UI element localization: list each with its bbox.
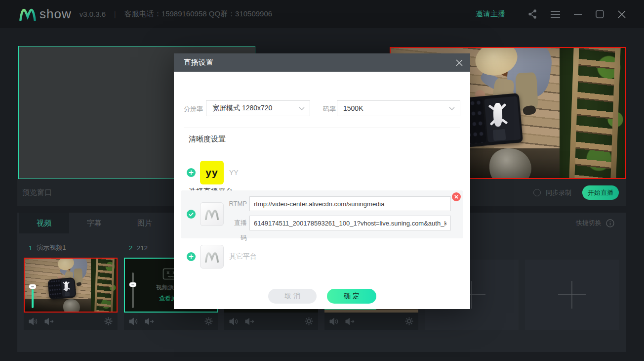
source-controls xyxy=(24,313,118,330)
confirm-button[interactable]: 确 定 xyxy=(327,289,376,304)
gear-icon[interactable] xyxy=(204,317,213,325)
audio-output-icon[interactable] xyxy=(145,317,155,325)
volume-icon[interactable] xyxy=(29,317,39,325)
resolution-select[interactable]: 宽屏模式 1280x720 xyxy=(206,100,310,116)
source-label: 1演示视频1 xyxy=(29,243,66,252)
sync-record-label: 同步录制 xyxy=(546,188,571,197)
quick-switch-label: 快捷切换 xyxy=(576,219,602,227)
add-source-slot[interactable] xyxy=(525,260,619,330)
gear-icon[interactable] xyxy=(305,317,313,325)
yy-platform-icon[interactable]: yy xyxy=(200,161,224,184)
tab-image[interactable]: 图片 xyxy=(120,213,170,233)
bitrate-select[interactable]: 1500K xyxy=(337,100,460,116)
source-controls xyxy=(324,313,418,330)
platform-row-yy[interactable]: yy YY xyxy=(187,161,384,184)
support-contact: 客服电话：15989160958 QQ群：310509906 xyxy=(124,9,272,19)
bitrate-label: 码率 xyxy=(323,105,336,114)
volume-slider[interactable] xyxy=(129,271,137,310)
video-source-1[interactable] xyxy=(24,258,118,330)
app-name: show xyxy=(40,6,72,22)
audio-output-icon[interactable] xyxy=(44,317,54,325)
audio-output-icon[interactable] xyxy=(345,317,355,325)
titlebar: show v3.0.3.6 ｜ 客服电话：15989160958 QQ群：310… xyxy=(0,0,644,28)
other-platform-label: 其它平台 xyxy=(229,252,257,261)
gear-icon[interactable] xyxy=(104,317,113,325)
remove-platform-icon[interactable] xyxy=(452,192,461,201)
add-platform-icon[interactable] xyxy=(187,168,196,177)
platform-row-other[interactable]: 其它平台 xyxy=(187,245,384,269)
platform-selected-check-icon[interactable] xyxy=(187,210,196,219)
start-live-button[interactable]: 开始直播 xyxy=(582,185,619,200)
stream-code-input[interactable] xyxy=(249,216,451,230)
share-icon[interactable] xyxy=(528,9,537,19)
cancel-button[interactable]: 取 消 xyxy=(268,289,317,304)
invite-anchor-button[interactable]: 邀请主播 xyxy=(476,9,505,19)
plus-icon xyxy=(558,280,586,309)
close-icon[interactable] xyxy=(617,10,626,19)
other-platform-icon xyxy=(200,245,224,269)
add-platform-icon[interactable] xyxy=(187,252,196,261)
volume-slider[interactable] xyxy=(29,271,37,310)
dialog-close-icon[interactable] xyxy=(455,59,463,67)
gear-icon[interactable] xyxy=(405,317,413,325)
preview-title: 预览窗口 xyxy=(22,188,52,197)
tab-subtitle[interactable]: 字幕 xyxy=(69,213,120,233)
source-controls xyxy=(224,313,318,330)
video-thumbnail xyxy=(25,259,117,312)
mshow-platform-icon xyxy=(200,202,224,226)
separator: ｜ xyxy=(112,10,119,19)
minimize-icon[interactable] xyxy=(573,13,582,15)
live-settings-dialog: 直播设置 清晰度设置 分辨率 宽屏模式 1280x720 码率 1500K 选择… xyxy=(174,53,470,309)
source-controls xyxy=(124,313,218,330)
app-version: v3.0.3.6 xyxy=(80,10,106,18)
clarity-section-title: 清晰度设置 xyxy=(189,135,226,144)
info-icon[interactable] xyxy=(606,219,614,227)
source-label: 2212 xyxy=(129,243,148,252)
volume-icon[interactable] xyxy=(129,317,139,325)
mshow-logo-icon xyxy=(19,7,37,21)
audio-output-icon[interactable] xyxy=(245,317,255,325)
media-tabs: 视频 字幕 图片 xyxy=(19,213,170,233)
volume-icon[interactable] xyxy=(329,317,339,325)
yy-platform-label: YY xyxy=(229,169,239,177)
stream-code-label: 直播码 xyxy=(228,216,247,230)
custom-platform-panel: RTMP 直播码 xyxy=(181,190,463,238)
volume-icon[interactable] xyxy=(229,317,239,325)
resolution-label: 分辨率 xyxy=(184,105,203,114)
dialog-header: 直播设置 xyxy=(174,53,470,72)
rtmp-url-input[interactable] xyxy=(249,196,451,211)
tab-video[interactable]: 视频 xyxy=(19,213,69,233)
sync-record-radio[interactable] xyxy=(533,189,541,196)
menu-icon[interactable] xyxy=(550,10,561,18)
chevron-down-icon xyxy=(449,107,455,110)
rtmp-label: RTMP xyxy=(228,196,247,211)
maximize-icon[interactable] xyxy=(595,9,604,19)
chevron-down-icon xyxy=(299,107,305,110)
dialog-title: 直播设置 xyxy=(184,58,213,67)
